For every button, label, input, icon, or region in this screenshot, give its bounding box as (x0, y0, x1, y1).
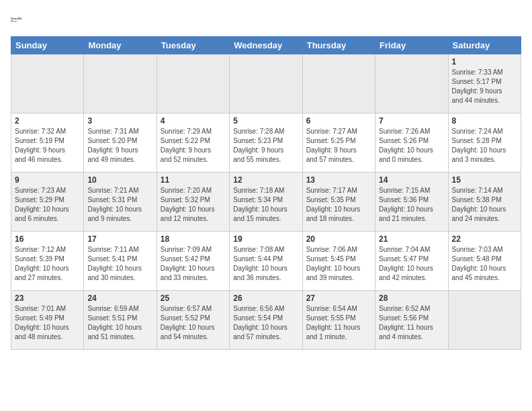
calendar-cell (230, 54, 302, 113)
day-number: 8 (452, 116, 517, 126)
day-number: 3 (87, 116, 152, 126)
calendar-cell (11, 54, 84, 113)
day-number: 15 (452, 175, 517, 185)
calendar-cell: 3Sunrise: 7:31 AM Sunset: 5:20 PM Daylig… (84, 113, 157, 173)
day-info: Sunrise: 7:11 AM Sunset: 5:41 PM Dayligh… (87, 245, 152, 283)
day-info: Sunrise: 7:27 AM Sunset: 5:25 PM Dayligh… (306, 127, 371, 165)
calendar-cell: 11Sunrise: 7:20 AM Sunset: 5:32 PM Dayli… (157, 173, 229, 232)
day-info: Sunrise: 7:09 AM Sunset: 5:42 PM Dayligh… (161, 245, 226, 283)
day-info: Sunrise: 7:24 AM Sunset: 5:28 PM Dayligh… (452, 127, 517, 165)
day-number: 11 (161, 175, 226, 185)
day-number: 25 (161, 293, 226, 303)
day-info: Sunrise: 7:12 AM Sunset: 5:39 PM Dayligh… (15, 245, 80, 283)
day-number: 1 (452, 57, 517, 66)
logo: General Blue (11, 11, 30, 30)
calendar-cell: 16Sunrise: 7:12 AM Sunset: 5:39 PM Dayli… (11, 232, 84, 291)
calendar-cell: 2Sunrise: 7:32 AM Sunset: 5:19 PM Daylig… (11, 113, 84, 173)
day-info: Sunrise: 7:03 AM Sunset: 5:48 PM Dayligh… (452, 245, 517, 283)
day-info: Sunrise: 7:31 AM Sunset: 5:20 PM Dayligh… (87, 127, 152, 165)
day-number: 16 (15, 234, 80, 244)
calendar-cell: 22Sunrise: 7:03 AM Sunset: 5:48 PM Dayli… (448, 232, 521, 291)
calendar-cell: 25Sunrise: 6:57 AM Sunset: 5:52 PM Dayli… (157, 291, 229, 350)
weekday-header: Sunday (11, 37, 84, 54)
calendar-cell: 6Sunrise: 7:27 AM Sunset: 5:25 PM Daylig… (302, 113, 375, 173)
day-info: Sunrise: 7:06 AM Sunset: 5:45 PM Dayligh… (306, 245, 371, 283)
page-header: General Blue (11, 11, 521, 30)
calendar-cell: 7Sunrise: 7:26 AM Sunset: 5:26 PM Daylig… (375, 113, 448, 173)
day-info: Sunrise: 7:32 AM Sunset: 5:19 PM Dayligh… (15, 127, 80, 165)
calendar-cell: 10Sunrise: 7:21 AM Sunset: 5:31 PM Dayli… (84, 173, 157, 232)
calendar-cell: 1Sunrise: 7:33 AM Sunset: 5:17 PM Daylig… (448, 54, 521, 113)
day-number: 18 (161, 234, 226, 244)
weekday-header: Wednesday (230, 37, 302, 54)
day-info: Sunrise: 7:21 AM Sunset: 5:31 PM Dayligh… (87, 186, 152, 224)
calendar-cell (84, 54, 157, 113)
day-number: 10 (87, 175, 152, 185)
day-info: Sunrise: 6:56 AM Sunset: 5:54 PM Dayligh… (233, 304, 298, 342)
day-number: 24 (87, 293, 152, 303)
day-info: Sunrise: 7:08 AM Sunset: 5:44 PM Dayligh… (233, 245, 298, 283)
calendar-cell: 24Sunrise: 6:59 AM Sunset: 5:51 PM Dayli… (84, 291, 157, 350)
calendar-cell (302, 54, 375, 113)
day-number: 6 (306, 116, 371, 126)
day-info: Sunrise: 7:14 AM Sunset: 5:38 PM Dayligh… (452, 186, 517, 224)
calendar-cell: 17Sunrise: 7:11 AM Sunset: 5:41 PM Dayli… (84, 232, 157, 291)
calendar-cell: 8Sunrise: 7:24 AM Sunset: 5:28 PM Daylig… (448, 113, 521, 173)
calendar-cell (448, 291, 521, 350)
day-number: 27 (306, 293, 371, 303)
calendar-cell: 14Sunrise: 7:15 AM Sunset: 5:36 PM Dayli… (375, 173, 448, 232)
day-number: 28 (379, 293, 444, 303)
svg-text:General: General (11, 17, 21, 20)
calendar-cell: 19Sunrise: 7:08 AM Sunset: 5:44 PM Dayli… (230, 232, 302, 291)
calendar-cell: 20Sunrise: 7:06 AM Sunset: 5:45 PM Dayli… (302, 232, 375, 291)
day-number: 5 (233, 116, 298, 126)
day-number: 21 (379, 234, 444, 244)
day-number: 22 (452, 234, 517, 244)
day-info: Sunrise: 7:18 AM Sunset: 5:34 PM Dayligh… (233, 186, 298, 224)
calendar-cell: 28Sunrise: 6:52 AM Sunset: 5:56 PM Dayli… (375, 291, 448, 350)
day-number: 19 (233, 234, 298, 244)
day-info: Sunrise: 7:15 AM Sunset: 5:36 PM Dayligh… (379, 186, 444, 224)
calendar-cell: 26Sunrise: 6:56 AM Sunset: 5:54 PM Dayli… (230, 291, 302, 350)
day-info: Sunrise: 7:33 AM Sunset: 5:17 PM Dayligh… (452, 68, 517, 105)
calendar-cell: 21Sunrise: 7:04 AM Sunset: 5:47 PM Dayli… (375, 232, 448, 291)
calendar-cell: 13Sunrise: 7:17 AM Sunset: 5:35 PM Dayli… (302, 173, 375, 232)
logo-icon: General Blue (11, 11, 30, 30)
weekday-header: Tuesday (157, 37, 229, 54)
calendar-cell: 12Sunrise: 7:18 AM Sunset: 5:34 PM Dayli… (230, 173, 302, 232)
calendar-cell: 27Sunrise: 6:54 AM Sunset: 5:55 PM Dayli… (302, 291, 375, 350)
day-number: 17 (87, 234, 152, 244)
svg-text:Blue: Blue (11, 19, 17, 23)
calendar-cell: 9Sunrise: 7:23 AM Sunset: 5:29 PM Daylig… (11, 173, 84, 232)
day-number: 12 (233, 175, 298, 185)
day-info: Sunrise: 7:23 AM Sunset: 5:29 PM Dayligh… (15, 186, 80, 224)
day-info: Sunrise: 6:52 AM Sunset: 5:56 PM Dayligh… (379, 304, 444, 342)
day-info: Sunrise: 7:28 AM Sunset: 5:23 PM Dayligh… (233, 127, 298, 165)
day-number: 7 (379, 116, 444, 126)
day-info: Sunrise: 6:59 AM Sunset: 5:51 PM Dayligh… (87, 304, 152, 342)
day-info: Sunrise: 7:20 AM Sunset: 5:32 PM Dayligh… (161, 186, 226, 224)
day-info: Sunrise: 7:26 AM Sunset: 5:26 PM Dayligh… (379, 127, 444, 165)
weekday-header: Saturday (448, 37, 521, 54)
calendar-cell: 5Sunrise: 7:28 AM Sunset: 5:23 PM Daylig… (230, 113, 302, 173)
day-number: 14 (379, 175, 444, 185)
day-info: Sunrise: 6:57 AM Sunset: 5:52 PM Dayligh… (161, 304, 226, 342)
calendar-table: SundayMondayTuesdayWednesdayThursdayFrid… (11, 36, 521, 350)
weekday-header: Monday (84, 37, 157, 54)
day-number: 26 (233, 293, 298, 303)
day-info: Sunrise: 6:54 AM Sunset: 5:55 PM Dayligh… (306, 304, 371, 342)
day-number: 2 (15, 116, 80, 126)
day-number: 4 (161, 116, 226, 126)
calendar-cell: 18Sunrise: 7:09 AM Sunset: 5:42 PM Dayli… (157, 232, 229, 291)
calendar-cell (375, 54, 448, 113)
day-info: Sunrise: 7:04 AM Sunset: 5:47 PM Dayligh… (379, 245, 444, 283)
weekday-header: Thursday (302, 37, 375, 54)
day-number: 13 (306, 175, 371, 185)
day-info: Sunrise: 7:01 AM Sunset: 5:49 PM Dayligh… (15, 304, 80, 342)
day-number: 23 (15, 293, 80, 303)
calendar-cell: 23Sunrise: 7:01 AM Sunset: 5:49 PM Dayli… (11, 291, 84, 350)
day-info: Sunrise: 7:29 AM Sunset: 5:22 PM Dayligh… (161, 127, 226, 165)
day-number: 20 (306, 234, 371, 244)
calendar-cell (157, 54, 229, 113)
weekday-header: Friday (375, 37, 448, 54)
